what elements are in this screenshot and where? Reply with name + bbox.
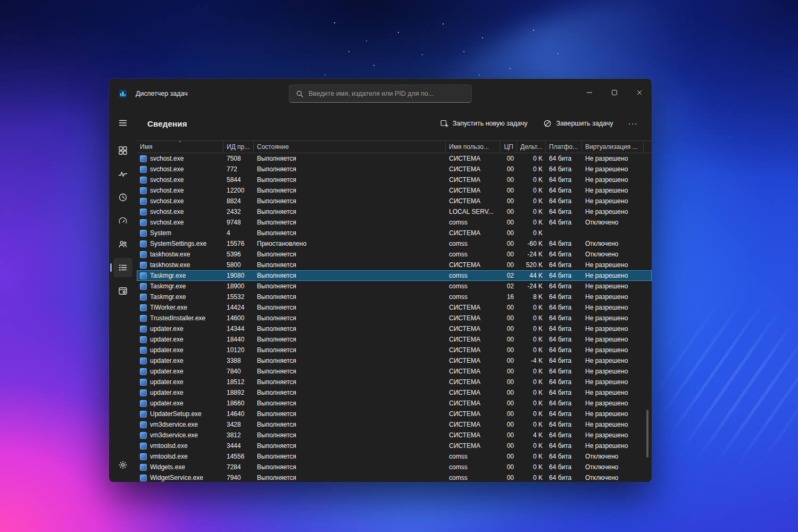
processes-icon	[118, 146, 128, 155]
delta-cell: 0 K	[517, 410, 546, 418]
column-header-2[interactable]: Состояние	[254, 141, 446, 153]
virtualization-cell: Не разрешено	[582, 187, 644, 194]
process-name-cell: vmtoolsd.exe	[137, 453, 223, 460]
sidebar-item-app-history[interactable]	[113, 188, 132, 207]
table-row[interactable]: Widgets.exe 7284 Выполняется comss 00 0 …	[137, 462, 652, 472]
column-header-3[interactable]: Имя пользо...	[446, 141, 500, 153]
search-input[interactable]	[309, 90, 465, 97]
user-cell: СИСТЕМА	[446, 421, 500, 428]
process-name-cell: Taskmgr.exe	[137, 282, 223, 290]
status-cell: Выполняется	[254, 272, 446, 279]
user-cell: СИСТЕМА	[446, 357, 500, 364]
process-icon	[140, 379, 147, 386]
table-row[interactable]: SystemSettings.exe 15576 Приостановлено …	[137, 238, 652, 249]
delta-cell: 0 K	[517, 368, 546, 375]
process-name-cell: updater.exe	[137, 325, 223, 332]
maximize-button[interactable]	[602, 79, 627, 106]
delta-cell: 520 K	[517, 261, 546, 269]
cpu-cell: 00	[500, 176, 517, 184]
process-name: updater.exe	[150, 357, 184, 364]
sidebar-item-users[interactable]	[113, 235, 132, 254]
table-row[interactable]: updater.exe 18660 Выполняется СИСТЕМА 00…	[137, 398, 652, 409]
virtualization-cell: Не разрешено	[582, 368, 644, 375]
table-row[interactable]: updater.exe 7840 Выполняется СИСТЕМА 00 …	[137, 366, 652, 377]
table-row[interactable]: WidgetService.exe 7940 Выполняется comss…	[137, 472, 652, 482]
table-row[interactable]: Taskmgr.exe 15532 Выполняется comss 16 8…	[137, 292, 652, 302]
platform-cell: 64 бита	[546, 453, 582, 460]
process-icon	[140, 262, 147, 269]
table-row[interactable]: System 4 Выполняется СИСТЕМА 00 0 K	[137, 228, 652, 238]
column-header-7[interactable]: Виртуализация ...	[582, 141, 644, 153]
table-row[interactable]: vmtoolsd.exe 3444 Выполняется СИСТЕМА 00…	[137, 440, 652, 451]
table-row[interactable]: Taskmgr.exe 19080 Выполняется comss 02 4…	[137, 270, 652, 281]
table-row[interactable]: svchost.exe 5844 Выполняется СИСТЕМА 00 …	[137, 174, 652, 185]
cpu-cell: 02	[500, 272, 517, 279]
menu-button[interactable]	[113, 113, 132, 132]
process-name-cell: updater.exe	[137, 346, 223, 354]
sidebar-item-processes[interactable]	[113, 141, 132, 160]
sidebar-item-details[interactable]	[113, 258, 132, 277]
virtualization-cell: Не разрешено	[582, 410, 644, 418]
process-name-cell: TrustedInstaller.exe	[137, 314, 223, 322]
platform-cell: 64 бита	[546, 389, 582, 396]
process-name-cell: updater.exe	[137, 357, 223, 364]
status-cell: Выполняется	[254, 474, 446, 481]
virtualization-cell: Не разрешено	[582, 197, 644, 205]
table-row[interactable]: svchost.exe 8824 Выполняется СИСТЕМА 00 …	[137, 196, 652, 206]
minimize-button[interactable]	[577, 79, 602, 106]
table-row[interactable]: taskhostw.exe 5396 Выполняется comss 00 …	[137, 249, 652, 260]
table-row[interactable]: updater.exe 18440 Выполняется СИСТЕМА 00…	[137, 334, 652, 345]
table-row[interactable]: updater.exe 3388 Выполняется СИСТЕМА 00 …	[137, 355, 652, 366]
table-row[interactable]: UpdaterSetup.exe 14640 Выполняется СИСТЕ…	[137, 409, 652, 419]
users-icon	[118, 239, 128, 249]
user-cell: СИСТЕМА	[446, 431, 500, 439]
platform-cell: 64 бита	[546, 474, 582, 481]
sidebar-item-settings[interactable]	[113, 455, 132, 475]
toolbar-actions: Запустить новую задачу Завершить задачу …	[435, 115, 642, 132]
table-row[interactable]: vmtoolsd.exe 14556 Выполняется comss 00 …	[137, 451, 652, 462]
run-new-task-button[interactable]: Запустить новую задачу	[435, 115, 533, 132]
more-options-button[interactable]: ···	[624, 116, 643, 131]
table-row[interactable]: taskhostw.exe 5800 Выполняется СИСТЕМА 0…	[137, 260, 652, 270]
sidebar-item-services[interactable]	[113, 281, 132, 301]
process-icon	[140, 219, 147, 226]
table-row[interactable]: TrustedInstaller.exe 14600 Выполняется С…	[137, 313, 652, 323]
user-cell: comss	[446, 251, 500, 258]
user-cell: СИСТЕМА	[446, 378, 500, 386]
table-row[interactable]: svchost.exe 772 Выполняется СИСТЕМА 00 0…	[137, 164, 652, 174]
table-row[interactable]: vm3dservice.exe 3812 Выполняется СИСТЕМА…	[137, 430, 652, 440]
column-header-1[interactable]: ИД пр...	[223, 141, 254, 153]
sidebar-item-startup-apps[interactable]	[113, 211, 132, 230]
column-header-4[interactable]: ЦП	[500, 141, 517, 153]
vertical-scrollbar-thumb[interactable]	[646, 410, 649, 458]
column-header-6[interactable]: Платфо...	[546, 141, 582, 153]
column-header-0[interactable]: Имя^	[137, 141, 223, 153]
table-row[interactable]: updater.exe 10120 Выполняется СИСТЕМА 00…	[137, 345, 652, 355]
process-name-cell: taskhostw.exe	[137, 261, 223, 269]
platform-cell: 64 бита	[546, 197, 582, 205]
pid-cell: 19080	[223, 272, 254, 279]
table-row[interactable]: svchost.exe 7508 Выполняется СИСТЕМА 00 …	[137, 153, 652, 164]
status-cell: Выполняется	[254, 197, 446, 205]
status-cell: Выполняется	[254, 229, 446, 237]
virtualization-cell: Отключено	[582, 463, 644, 471]
process-icon	[140, 411, 147, 418]
wallpaper-stars	[0, 0, 1, 1]
virtualization-cell: Не разрешено	[582, 421, 644, 428]
table-row[interactable]: updater.exe 14344 Выполняется СИСТЕМА 00…	[137, 323, 652, 334]
sidebar-item-performance[interactable]	[113, 164, 132, 184]
sort-ascending-icon: ^	[179, 141, 181, 145]
table-row[interactable]: svchost.exe 9748 Выполняется comss 00 0 …	[137, 217, 652, 228]
table-row[interactable]: svchost.exe 12200 Выполняется СИСТЕМА 00…	[137, 185, 652, 196]
table-row[interactable]: TiWorker.exe 14424 Выполняется СИСТЕМА 0…	[137, 302, 652, 313]
search-box[interactable]	[289, 85, 472, 103]
table-row[interactable]: updater.exe 18512 Выполняется СИСТЕМА 00…	[137, 377, 652, 387]
table-row[interactable]: Taskmgr.exe 18900 Выполняется comss 02 -…	[137, 281, 652, 292]
close-button[interactable]	[627, 79, 652, 106]
end-task-button[interactable]: Завершить задачу	[538, 115, 618, 132]
table-row[interactable]: svchost.exe 2432 Выполняется LOCAL SERV.…	[137, 206, 652, 217]
table-row[interactable]: vm3dservice.exe 3428 Выполняется СИСТЕМА…	[137, 419, 652, 430]
column-header-5[interactable]: Дельт...	[517, 141, 546, 153]
process-name: vmtoolsd.exe	[150, 453, 188, 460]
table-row[interactable]: updater.exe 18892 Выполняется СИСТЕМА 00…	[137, 387, 652, 398]
